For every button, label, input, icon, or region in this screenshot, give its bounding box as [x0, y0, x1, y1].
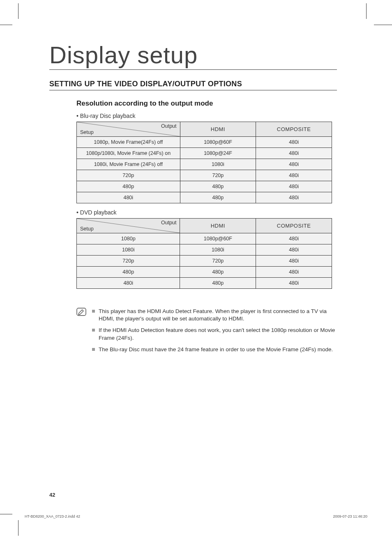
crop-mark	[18, 3, 18, 19]
cell: 480i	[256, 181, 332, 192]
cell: 480i	[77, 192, 180, 203]
note-text: The Blu-ray Disc must have the 24 frame …	[99, 346, 333, 353]
cell: 480i	[77, 278, 180, 289]
section-heading: SETTING UP THE VIDEO DISPLAY/OUTPUT OPTI…	[49, 80, 337, 90]
cell: 1080p@60F	[180, 137, 256, 148]
cell: 1080i	[180, 244, 256, 256]
corner-output-label: Output	[161, 220, 177, 226]
crop-mark	[0, 514, 12, 514]
footer-timestamp: 2009-07-23 11:46:20	[333, 514, 367, 518]
cell: 1080p@60F	[180, 233, 256, 244]
cell: 480p	[180, 267, 256, 278]
crop-mark	[0, 25, 12, 25]
note-text: If the HDMI Auto Detection feature does …	[99, 327, 337, 341]
cell: 480i	[256, 192, 332, 203]
note-text: This player has the HDMI Auto Detect Fea…	[99, 308, 337, 322]
corner-output-label: Output	[161, 123, 177, 129]
cell: 480i	[256, 233, 332, 244]
cell: 720p	[180, 256, 256, 267]
table-row: 480i480p480i	[77, 192, 332, 203]
cell: 1080p@24F	[180, 148, 256, 159]
corner-setup-label: Setup	[80, 129, 94, 135]
corner-header: Output Setup	[77, 122, 180, 137]
dvd-table: Output Setup HDMI COMPOSITE 1080p1080p@6…	[76, 218, 332, 289]
footer-filename: HT-BD8200_XAA_0723-2.indd 42	[25, 514, 80, 518]
table-row: 1080p1080p@60F480i	[77, 233, 332, 244]
cell: 480p	[77, 181, 180, 192]
note-item: If the HDMI Auto Detection feature does …	[92, 327, 337, 341]
note-item: The Blu-ray Disc must have the 24 frame …	[92, 346, 337, 353]
table-row: 1080i1080i480i	[77, 244, 332, 256]
note-item: This player has the HDMI Auto Detect Fea…	[92, 308, 337, 322]
note-pencil-icon	[76, 308, 86, 316]
cell: 480p	[180, 278, 256, 289]
cell: 480i	[256, 244, 332, 256]
table-caption: • DVD playback	[76, 209, 337, 216]
cell: 720p	[180, 170, 256, 181]
crop-mark	[374, 25, 392, 25]
table-row: 720p720p480i	[77, 256, 332, 267]
crop-mark	[18, 520, 18, 536]
cell: 720p	[77, 256, 180, 267]
cell: 480i	[256, 256, 332, 267]
table-row: 720p720p480i	[77, 170, 332, 181]
cell: 480p	[180, 192, 256, 203]
cell: 720p	[77, 170, 180, 181]
svg-rect-2	[77, 308, 86, 316]
cell: 1080p	[77, 233, 180, 244]
bullet-icon	[92, 310, 95, 313]
table-row: 1080i, Movie Frame (24Fs) off1080i480i	[77, 159, 332, 170]
cell: 1080p/1080i, Movie Frame (24Fs) on	[77, 148, 180, 159]
cell: 480i	[256, 159, 332, 170]
cell: 480p	[180, 181, 256, 192]
corner-header: Output Setup	[77, 219, 180, 233]
table-row: 1080p, Movie Frame(24Fs) off1080p@60F480…	[77, 137, 332, 148]
col-header: HDMI	[180, 219, 256, 233]
table-row: 480p480p480i	[77, 181, 332, 192]
note-list: This player has the HDMI Auto Detect Fea…	[92, 308, 337, 357]
col-header: COMPOSITE	[256, 219, 332, 233]
cell: 480i	[256, 267, 332, 278]
bullet-icon	[92, 348, 95, 351]
table-row: 480p480p480i	[77, 267, 332, 278]
page-title: Display setup	[49, 41, 337, 70]
cell: 1080i	[77, 244, 180, 256]
cell: 480i	[256, 148, 332, 159]
cell: 1080i, Movie Frame (24Fs) off	[77, 159, 180, 170]
col-header: COMPOSITE	[256, 122, 332, 137]
cell: 480i	[256, 137, 332, 148]
bullet-icon	[92, 329, 95, 332]
corner-setup-label: Setup	[80, 226, 94, 232]
table-row: 480i480p480i	[77, 278, 332, 289]
cell: 480p	[77, 267, 180, 278]
cell: 480i	[256, 170, 332, 181]
sub-heading: Resolution according to the output mode	[76, 99, 337, 108]
cell: 1080i	[180, 159, 256, 170]
bluray-table: Output Setup HDMI COMPOSITE 1080p, Movie…	[76, 122, 332, 203]
cell: 480i	[256, 278, 332, 289]
table-row: 1080p/1080i, Movie Frame (24Fs) on1080p@…	[77, 148, 332, 159]
page-number: 42	[49, 492, 55, 498]
crop-mark	[366, 3, 367, 19]
cell: 1080p, Movie Frame(24Fs) off	[77, 137, 180, 148]
col-header: HDMI	[180, 122, 256, 137]
table-caption: • Blu-ray Disc playback	[76, 113, 337, 119]
